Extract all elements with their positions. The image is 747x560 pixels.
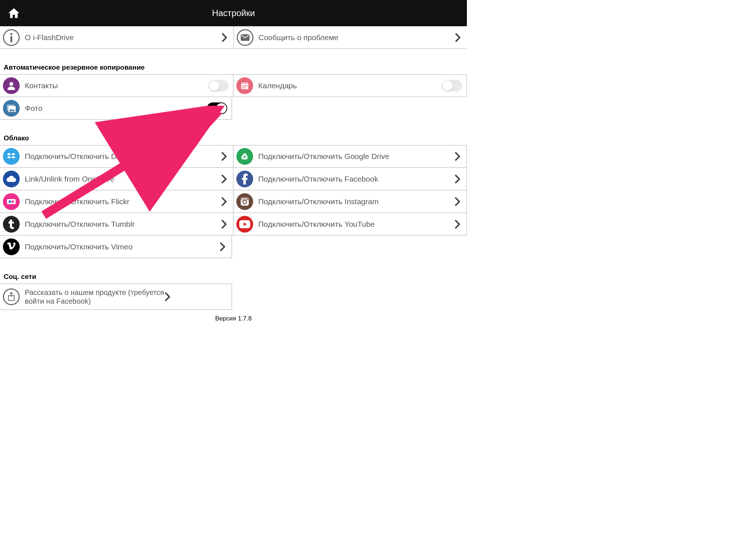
contacts-toggle[interactable] (208, 80, 229, 92)
instagram-label: Подключить/Отключить Instagram (258, 197, 454, 206)
svg-rect-10 (244, 87, 245, 88)
svg-point-0 (10, 33, 12, 35)
info-icon (3, 29, 20, 46)
cloud-youtube-row[interactable]: Подключить/Отключить YouTube (233, 213, 467, 236)
share-label: Рассказать о нашем продукте (требуется в… (25, 288, 164, 306)
cloud-tumblr-row[interactable]: Подключить/Отключить Tumblr (0, 213, 233, 236)
backup-heading: Автоматическое резервное копирование (0, 49, 467, 74)
tumblr-label: Подключить/Отключить Tumblr (25, 220, 221, 229)
chevron-right-icon (221, 197, 228, 206)
about-row[interactable]: О i-FlashDrive (0, 26, 234, 49)
svg-rect-1 (10, 36, 12, 42)
page-title: Настройки (0, 8, 467, 18)
svg-rect-8 (246, 85, 247, 86)
flickr-label: Подключить/Отключить Flickr (25, 197, 221, 206)
chevron-right-icon (221, 152, 228, 161)
contacts-label: Контакты (25, 81, 208, 90)
svg-point-3 (9, 82, 13, 86)
chevron-right-icon (454, 152, 461, 161)
svg-point-19 (247, 198, 248, 199)
calendar-icon (236, 77, 253, 94)
backup-photo-row[interactable]: Фото (0, 97, 232, 120)
photo-icon (3, 100, 20, 117)
chevron-right-icon (221, 33, 228, 42)
backup-calendar-row[interactable]: Календарь (233, 74, 467, 97)
about-label: О i-FlashDrive (25, 33, 221, 42)
chevron-right-icon (454, 219, 461, 229)
home-button[interactable] (7, 7, 20, 20)
youtube-label: Подключить/Отключить YouTube (258, 220, 454, 229)
chevron-right-icon (454, 33, 462, 42)
svg-point-14 (9, 200, 11, 202)
cloud-vimeo-row[interactable]: Подключить/Отключить Vimeo (0, 236, 232, 258)
contacts-icon (3, 77, 20, 94)
home-icon (7, 7, 20, 20)
dropbox-label: Подключить/Отключить Dropbox (25, 152, 221, 161)
svg-rect-7 (244, 85, 245, 86)
svg-rect-6 (243, 85, 244, 86)
report-label: Сообщить о проблеме (259, 33, 455, 42)
header-bar: Настройки (0, 0, 467, 26)
gdrive-label: Подключить/Отключить Google Drive (258, 152, 454, 161)
onedrive-label: Link/Unlink from OneDrive (25, 175, 221, 183)
cloud-flickr-row[interactable]: Подключить/Отключить Flickr (0, 190, 233, 213)
report-problem-row[interactable]: Сообщить о проблеме (234, 26, 467, 49)
vimeo-icon (3, 238, 20, 255)
chevron-right-icon (454, 197, 461, 206)
chevron-right-icon (454, 174, 461, 184)
youtube-icon (236, 216, 253, 233)
svg-rect-5 (241, 82, 248, 84)
version-label: Версия 1.7.8 (0, 315, 467, 322)
social-heading: Соц. сети (0, 258, 467, 284)
calendar-toggle[interactable] (442, 80, 462, 92)
facebook-label: Подключить/Отключить Facebook (258, 175, 454, 183)
chevron-right-icon (164, 292, 171, 302)
cloud-gdrive-row[interactable]: Подключить/Отключить Google Drive (233, 145, 467, 168)
photo-label: Фото (25, 104, 207, 113)
share-product-row[interactable]: Рассказать о нашем продукте (требуется в… (0, 284, 232, 310)
gdrive-icon (236, 148, 253, 165)
onedrive-icon (3, 171, 20, 187)
mail-icon (237, 29, 253, 46)
svg-rect-13 (7, 199, 16, 204)
share-icon (3, 288, 20, 305)
chevron-right-icon (221, 174, 228, 184)
chevron-right-icon (221, 219, 228, 229)
cloud-heading: Облако (0, 120, 467, 145)
calendar-label: Календарь (258, 81, 442, 90)
cloud-facebook-row[interactable]: Подключить/Отключить Facebook (233, 168, 467, 190)
svg-point-15 (12, 200, 14, 202)
svg-rect-9 (243, 87, 244, 88)
flickr-icon (3, 193, 20, 210)
facebook-icon (236, 171, 253, 187)
tumblr-icon (3, 216, 20, 233)
chevron-right-icon (219, 242, 227, 252)
instagram-icon (236, 193, 253, 210)
cloud-dropbox-row[interactable]: Подключить/Отключить Dropbox (0, 145, 233, 168)
dropbox-icon (3, 148, 20, 165)
cloud-instagram-row[interactable]: Подключить/Отключить Instagram (233, 190, 467, 213)
vimeo-label: Подключить/Отключить Vimeo (25, 242, 219, 251)
cloud-onedrive-row[interactable]: Link/Unlink from OneDrive (0, 168, 233, 190)
backup-contacts-row[interactable]: Контакты (0, 74, 233, 97)
photo-toggle[interactable] (207, 102, 227, 114)
